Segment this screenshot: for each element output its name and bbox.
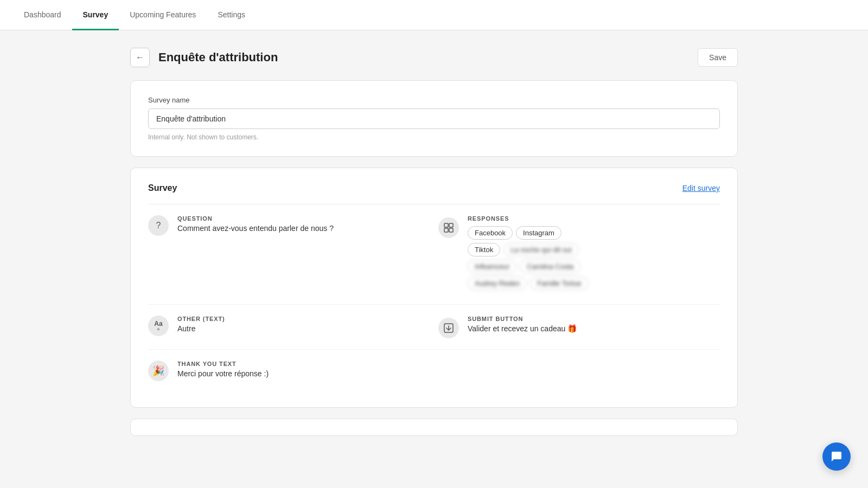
top-nav: Dashboard Survey Upcoming Features Setti… [0, 0, 868, 30]
responses-label: RESPONSES [468, 215, 720, 222]
chat-fab[interactable] [822, 442, 851, 464]
question-content: QUESTION Comment avez-vous entendu parle… [177, 215, 430, 233]
responses-content: RESPONSES Facebook Instagram Tiktok La n… [468, 215, 720, 293]
svg-rect-3 [449, 228, 453, 232]
other-content: OTHER (TEXT) Autre [177, 316, 430, 333]
tags-row-1: Facebook Instagram [468, 226, 720, 240]
tag-tiktok: Tiktok [468, 243, 500, 256]
thankyou-type-label: THANK YOU TEXT [177, 361, 444, 367]
svg-rect-2 [444, 228, 448, 232]
tag-famille: Famille Tortue [530, 277, 588, 290]
thankyou-icon: 🎉 [148, 361, 169, 381]
table-row: Aa ≡ OTHER (TEXT) Autre SUBMIT BUTTON [148, 305, 720, 350]
page-header-left: ← Enquête d'attribution [130, 48, 278, 67]
tab-survey[interactable]: Survey [72, 0, 119, 30]
tags-row-2: Tiktok La noche qui dit oui [468, 243, 720, 256]
survey-name-card: Survey name Internal only. Not shown to … [130, 80, 738, 157]
page-title: Enquête d'attribution [158, 50, 278, 65]
back-button[interactable]: ← [130, 48, 150, 67]
responses-type-icon [438, 217, 459, 238]
question-value: Comment avez-vous entendu parler de nous… [177, 224, 430, 233]
thankyou-content: THANK YOU TEXT Merci pour votre réponse … [177, 361, 444, 378]
tab-dashboard[interactable]: Dashboard [13, 0, 72, 30]
tab-upcoming-features[interactable]: Upcoming Features [119, 0, 207, 30]
tag-instagram: Instagram [516, 226, 561, 240]
question-icon: ? [148, 215, 169, 236]
save-button[interactable]: Save [698, 48, 738, 67]
submit-type-icon [438, 318, 459, 338]
bottom-card-stub [130, 419, 738, 436]
survey-card: Survey Edit survey ? QUESTION Comment av… [130, 168, 738, 408]
svg-rect-0 [444, 223, 448, 227]
submit-value: Valider et recevez un cadeau 🎁 [468, 324, 720, 333]
edit-survey-link[interactable]: Edit survey [682, 184, 720, 192]
thankyou-value: Merci pour votre réponse :) [177, 369, 444, 378]
tab-settings[interactable]: Settings [207, 0, 256, 30]
tags-row-4: Audrey Reden Famille Tortue [468, 277, 720, 290]
survey-name-label: Survey name [148, 96, 720, 104]
tag-lanoche: La noche qui dit oui [503, 243, 579, 256]
survey-section-title: Survey [148, 183, 177, 193]
other-value: Autre [177, 324, 430, 333]
tag-audrey: Audrey Reden [468, 277, 527, 290]
tags-row-3: Influenceur Carolina Costa [468, 260, 720, 273]
survey-name-input[interactable] [148, 108, 720, 129]
submit-label: SUBMIT BUTTON [468, 316, 720, 322]
other-text-icon: Aa ≡ [148, 316, 169, 336]
page-content: ← Enquête d'attribution Save Survey name… [108, 30, 760, 464]
svg-rect-1 [449, 223, 453, 227]
tag-influenceur: Influenceur [468, 260, 516, 273]
other-type-label: OTHER (TEXT) [177, 316, 430, 322]
table-row: 🎉 THANK YOU TEXT Merci pour votre répons… [148, 350, 720, 392]
survey-items-table: ? QUESTION Comment avez-vous entendu par… [148, 204, 720, 392]
survey-card-header: Survey Edit survey [148, 183, 720, 193]
survey-name-hint: Internal only. Not shown to customers. [148, 133, 720, 141]
tag-facebook: Facebook [468, 226, 513, 240]
question-type-label: QUESTION [177, 215, 430, 222]
submit-content: SUBMIT BUTTON Valider et recevez un cade… [468, 316, 720, 333]
page-header: ← Enquête d'attribution Save [130, 48, 738, 67]
table-row: ? QUESTION Comment avez-vous entendu par… [148, 204, 720, 305]
tag-carolina: Carolina Costa [520, 260, 580, 273]
